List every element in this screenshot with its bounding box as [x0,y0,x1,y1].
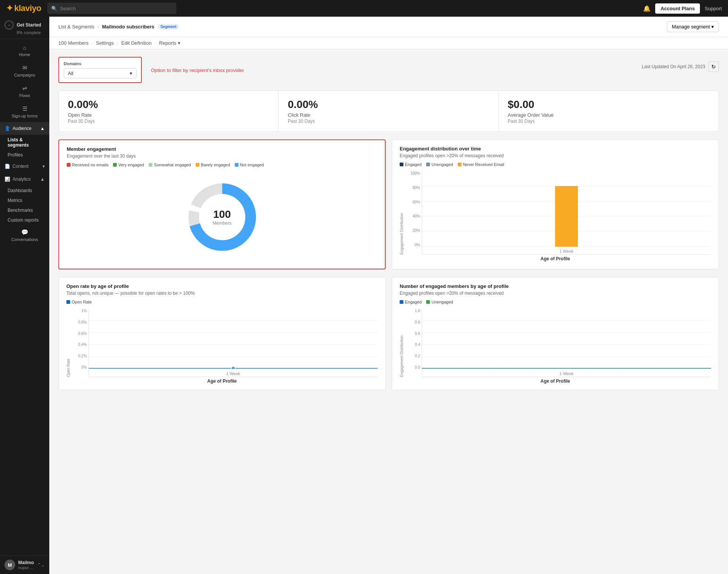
sidebar-item-audience[interactable]: 👤 Audience ▲ [0,122,49,135]
y-axis-labels: 100% 80% 60% 40% 20% 0% [407,171,420,255]
sidebar-item-campaigns[interactable]: ✉ Campaigns [0,61,49,81]
filter-row: Domains All ▾ Option to filter by recipi… [58,57,719,83]
segment-badge: Segment [157,24,179,30]
sidebar-item-get-started[interactable]: ○ Get Started 8% complete [0,17,49,39]
legend-somewhat-engaged: Somewhat engaged [149,163,191,167]
svg-point-4 [231,366,235,369]
page-header: List & Segments › Mailmodo subscribers S… [49,17,728,37]
metric-card-click-rate: 0.00% Click Rate Past 30 Days [279,91,499,131]
engaged-x-label: 1 Week [422,371,711,376]
sidebar-item-metrics[interactable]: Metrics [0,196,49,205]
analytics-icon: 📊 [5,177,10,182]
last-updated: Last Updated On April 26, 2023 ↻ [642,57,719,72]
logo: ✦ klaviyo [6,3,41,13]
manage-segment-button[interactable]: Manage segment ▾ [667,21,719,32]
subnav-edit-definition[interactable]: Edit Definition [121,40,152,46]
sidebar-item-lists-segments[interactable]: Lists & segments [0,135,49,150]
subnav-reports-dropdown[interactable]: Reports ▾ [159,40,180,46]
signup-forms-icon: ☰ [22,105,27,112]
click-rate-value: 0.00% [288,99,489,111]
engaged-members-line [422,316,711,369]
sidebar-item-content[interactable]: 📄 Content ▾ [0,160,49,173]
metric-cards: 0.00% Open Rate Past 30 Days 0.00% Click… [58,91,719,132]
audience-icon: 👤 [5,126,10,131]
bar-chart-x-axis-title: Age of Profile [400,256,711,261]
support-link[interactable]: Support [704,6,722,11]
engaged-y-labels: 1.0 0.8 0.6 0.4 0.2 0.0 [407,309,420,377]
charts-row-2: Open rate by age of profile Total opens,… [58,277,719,390]
chevron-up-icon-analytics: ▲ [40,177,45,182]
domain-label: Domains [64,61,136,66]
progress-circle: ○ [5,20,14,30]
breadcrumb-parent[interactable]: List & Segments [58,24,94,30]
member-engagement-subtitle: Engagement over the last 30 days [67,153,377,159]
notification-bell-icon[interactable]: 🔔 [643,5,651,12]
bar-never-received-email [555,186,578,247]
open-rate-y-axis-title: Open Rate [66,309,71,377]
conversations-icon: 💬 [21,229,28,236]
bar-area: 1 Week [422,171,711,255]
subnav-settings[interactable]: Settings [96,40,114,46]
engaged-members-title: Number of engaged members by age of prof… [400,283,711,289]
engagement-dist-subtitle: Engaged profiles open >20% of messages r… [400,153,711,158]
sidebar-item-analytics[interactable]: 📊 Analytics ▲ [0,173,49,186]
open-rate-x-label: 1 Week [89,371,378,376]
charts-row-1: Member engagement Engagement over the la… [58,139,719,269]
bar-chart-y-axis-title: Engagement Distribution [400,171,404,255]
donut-label: 100 Members [212,208,231,226]
sidebar-item-signup-forms[interactable]: ☰ Sign-up forms [0,102,49,122]
breadcrumb: List & Segments › Mailmodo subscribers S… [58,24,179,30]
search-input[interactable] [60,6,173,11]
open-rate-chart: Open rate by age of profile Total opens,… [58,277,386,390]
sidebar-item-flows[interactable]: ⇌ Flows [0,81,49,102]
member-engagement-legend: Received no emails Very engaged Somewhat… [67,163,377,167]
subnav-members[interactable]: 100 Members [58,40,88,46]
sidebar-item-home[interactable]: ⌂ Home [0,41,49,61]
domain-select[interactable]: All ▾ [64,68,136,78]
donut-chart-wrapper: 100 Members [67,172,377,263]
user-avatar: M [5,560,15,570]
legend-open-rate: Open Rate [66,300,92,304]
flows-icon: ⇌ [22,85,27,92]
engaged-members-chart: Number of engaged members by age of prof… [392,277,719,390]
sidebar-item-conversations[interactable]: 💬 Conversations [0,225,49,246]
donut-chart: 100 Members [184,179,260,255]
user-footer[interactable]: M Mailmodo nupur@mailmo... ⌃⌄ [0,555,49,574]
sidebar-item-dashboards[interactable]: Dashboards [0,186,49,196]
user-email: nupur@mailmo... [18,565,34,570]
legend-color-received-no-emails [67,163,71,167]
main-content: List & Segments › Mailmodo subscribers S… [49,17,728,574]
bar-chart-container: Engagement Distribution 100% 80% 60% 40%… [400,171,711,255]
user-name: Mailmodo [18,560,34,565]
legend-color-barely-engaged [196,163,199,167]
aov-value: $0.00 [508,99,709,111]
sidebar-item-custom-reports[interactable]: Custom reports [0,215,49,225]
content-icon: 📄 [5,164,10,169]
member-engagement-title: Member engagement [67,146,377,152]
search-icon: 🔍 [51,6,57,11]
sidebar: ○ Get Started 8% complete ⌂ Home ✉ Campa… [0,17,49,574]
legend-engaged: Engaged [400,162,422,167]
open-rate-legend: Open Rate [66,300,378,304]
legend-received-no-emails: Received no emails [67,163,108,167]
home-icon: ⌂ [23,44,26,51]
user-chevron-icon: ⌃⌄ [37,562,45,568]
engagement-distribution-chart: Engagement distribution over time Engage… [392,139,719,269]
legend-very-engaged: Very engaged [113,163,144,167]
sidebar-item-benchmarks[interactable]: Benchmarks [0,205,49,215]
engaged-members-subtitle: Engaged profiles open >20% of messages r… [400,291,711,296]
filter-hint: Option to filter by recipient's inbox pr… [151,57,244,73]
engaged-plot-area: 1 Week [422,309,711,377]
metric-card-open-rate: 0.00% Open Rate Past 30 Days [59,91,279,131]
open-rate-chart-title: Open rate by age of profile [66,283,378,289]
engaged-members-legend: Engaged Unengaged [400,300,711,304]
refresh-button[interactable]: ↻ [708,61,719,72]
legend-color-not-engaged [235,163,238,167]
chevron-down-icon: ▾ [42,164,45,169]
engaged-members-x-axis-title: Age of Profile [400,378,711,384]
search-bar[interactable]: 🔍 [47,3,176,14]
sidebar-item-profiles[interactable]: Profiles [0,150,49,160]
engaged-members-y-axis-title: Engagement Distribution [400,309,404,377]
account-plans-button[interactable]: Account Plans [655,3,700,14]
legend-unengaged-members: Unengaged [426,300,453,304]
